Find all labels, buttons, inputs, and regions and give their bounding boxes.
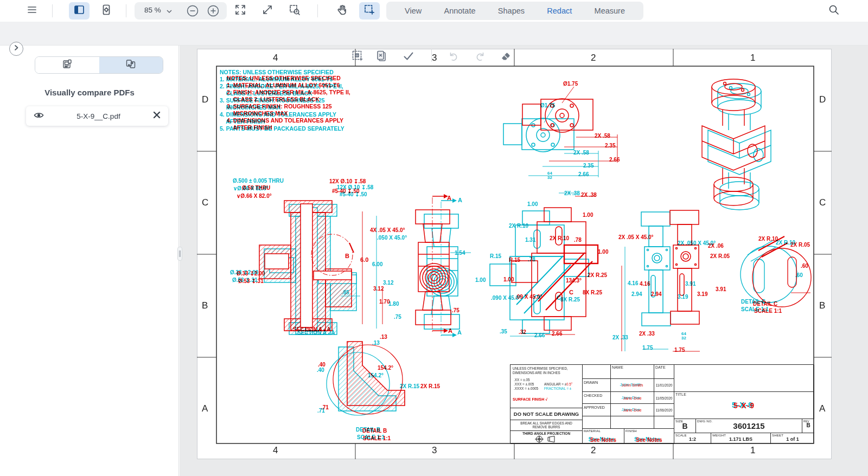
tab-shapes[interactable]: Shapes <box>498 7 525 15</box>
title-cell: TITLE 5-X-9 <box>674 392 814 419</box>
compare-heading: Visually compare PDFs <box>0 88 179 97</box>
thumbnails-tab[interactable] <box>35 57 99 73</box>
dimension-label: ∨Ø.66 X 82.0° <box>237 193 272 199</box>
dimension-label: .32 <box>519 329 526 335</box>
drawn-label-cell: DRAWN <box>583 379 611 392</box>
eraser-button[interactable] <box>496 49 516 66</box>
dimension-label: Ø1.75 <box>563 81 578 87</box>
tab-measure[interactable]: Measure <box>595 7 625 15</box>
marquee-plus-icon <box>363 4 375 18</box>
marquee-zoom-button[interactable] <box>284 2 305 20</box>
close-icon[interactable] <box>153 111 161 121</box>
fit-to-screen-button[interactable] <box>257 2 278 20</box>
dimension-label: 2X .33 <box>639 331 655 337</box>
main-toolbar: 85 % View Annotate Shapes Redact Measure <box>0 0 868 22</box>
marquee-zoom-icon <box>289 4 301 18</box>
redact-area-button[interactable] <box>348 49 368 66</box>
dimension-label: 2X R.25 <box>588 272 607 278</box>
tab-redact[interactable]: Redact <box>547 7 572 15</box>
search-button[interactable] <box>824 2 844 20</box>
panel-resize-handle[interactable] <box>177 247 182 261</box>
sidebar-toggle-button[interactable] <box>69 2 90 20</box>
dimension-label: 3.91 <box>685 281 695 287</box>
dimension-label: .78 <box>528 256 535 262</box>
dimension-label: .13 <box>372 340 380 346</box>
dimension-label: 1.00 <box>527 201 538 207</box>
dimension-label: DETAIL B <box>362 428 387 434</box>
dimension-label: 2.35 <box>583 163 593 169</box>
third-angle-projection-icon <box>527 435 565 443</box>
scale-cell: SCALE 1:2 <box>674 433 711 444</box>
left-panel: Visually compare PDFs 5-X-9__C.pdf <box>0 46 179 476</box>
sidebar-collapse-button[interactable] <box>9 42 23 56</box>
dimension-label: 1.00 <box>503 276 514 282</box>
menu-button[interactable] <box>22 2 42 20</box>
zone-letter: B <box>202 300 208 311</box>
dimension-label: 154.2° <box>378 365 393 371</box>
divider <box>126 4 126 17</box>
dimension-label: 2X .33 <box>612 335 628 340</box>
eraser-icon <box>500 50 513 65</box>
tab-view[interactable]: View <box>405 7 422 15</box>
zone-number: 1 <box>750 53 755 63</box>
dimension-label: B <box>345 253 349 259</box>
hand-icon <box>336 4 348 18</box>
zoom-out-button[interactable] <box>187 5 200 20</box>
dimension-label: 2.35 <box>605 143 615 149</box>
zone-letter: C <box>819 197 826 208</box>
compare-pdfs-icon <box>125 59 136 72</box>
empty-cell <box>583 416 611 429</box>
checked-date-cell: 11/05/2020 <box>654 392 674 404</box>
zone-letter: D <box>202 94 208 105</box>
tab-annotate[interactable]: Annotate <box>444 7 475 15</box>
fullscreen-button[interactable] <box>230 2 251 20</box>
dimension-label: 8X R.25 <box>583 290 602 295</box>
dimension-label: .13 <box>380 334 387 340</box>
dimension-label: 1.00 <box>475 277 486 283</box>
zoom-in-button[interactable] <box>207 5 220 20</box>
dimension-label: .85 <box>342 290 349 295</box>
undo-button[interactable] <box>443 49 464 66</box>
redo-button[interactable] <box>470 49 490 66</box>
dimension-label: .75 <box>394 314 401 320</box>
dimension-label: 4.16 <box>628 280 638 286</box>
redo-icon <box>474 50 487 65</box>
compared-file-row[interactable]: 5-X-9__C.pdf <box>26 106 168 126</box>
drawn-date-cell: 11/01/2020 <box>654 379 674 392</box>
pan-tool-button[interactable] <box>331 2 352 20</box>
material-cell: MATERIAL See Notes <box>583 429 624 444</box>
dimension-label: 2X R.05 <box>790 242 810 248</box>
zone-number: 2 <box>591 445 596 456</box>
redact-pages-button[interactable] <box>371 49 392 66</box>
dimension-label: 154.2° <box>368 372 384 378</box>
tab-bar: View Annotate Shapes Redact Measure <box>386 2 643 20</box>
zone-letter: B <box>819 300 825 311</box>
dimension-label: 2.66 <box>578 171 589 177</box>
dimension-label: 2X .38 <box>581 192 597 198</box>
dimension-label: C <box>557 294 561 301</box>
dimension-label: 12X Ø.10 ↧.58 <box>329 178 366 184</box>
compare-tab[interactable] <box>99 57 163 73</box>
eye-icon[interactable] <box>34 111 44 121</box>
marquee-select-tool-button[interactable] <box>359 2 380 20</box>
chevron-down-icon[interactable] <box>165 5 174 19</box>
zoom-level[interactable]: 85 % <box>144 6 161 14</box>
dimension-label: 3.91 <box>716 286 726 292</box>
apply-redactions-button[interactable] <box>398 49 419 66</box>
dimension-label: 2X R.10 <box>509 223 528 229</box>
zone-letter: D <box>819 94 826 105</box>
empty-cell <box>654 416 674 429</box>
page-settings-button[interactable] <box>96 2 117 20</box>
dimension-label: 1.75 <box>674 347 685 353</box>
dimension-label: 4X .05 X 45.0° <box>370 227 405 233</box>
zone-number: 4 <box>273 53 278 63</box>
dimension-label: A <box>448 327 452 334</box>
rev-cell: REV B <box>802 419 814 433</box>
dimension-label: 2X .06 <box>708 243 724 249</box>
search-icon <box>828 4 840 18</box>
dimension-label: .35 <box>500 329 507 335</box>
dimension-label: SCALE 1:1 <box>754 308 782 314</box>
dimension-label: .60 <box>801 263 808 269</box>
divider <box>52 4 53 17</box>
dimension-label: A <box>447 195 451 201</box>
